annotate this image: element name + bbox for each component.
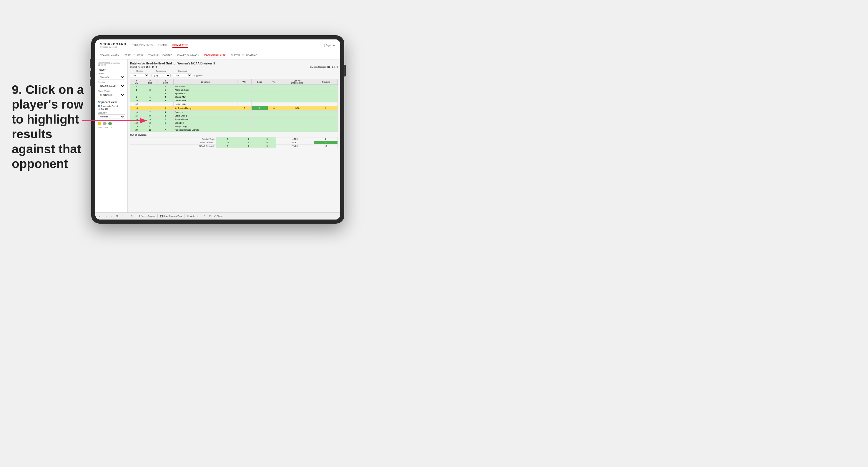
radio-opponents-played[interactable]: Opponents Played (98, 105, 125, 107)
tool4[interactable]: ⊟ (208, 215, 212, 218)
opponent-label: Opponent (173, 70, 192, 72)
side-button-2 (90, 71, 91, 77)
tool1[interactable]: ⊞ (115, 215, 119, 218)
out-of-division: Out of division Foreign Team 1 0 0 4.500… (130, 133, 338, 148)
table-row[interactable]: 1585 Stella Cheng (130, 114, 338, 118)
col-win: Win (238, 79, 252, 85)
toolbar-sep2 (136, 214, 136, 218)
table-row[interactable]: 20117 Federica Domecq Lacroze (130, 128, 338, 132)
division-select[interactable]: NCAA Division III (98, 84, 125, 88)
toolbar-sep5 (200, 214, 200, 218)
conference-select[interactable]: (All) (152, 73, 170, 77)
nav-links: TOURNAMENTS TEAMS COMMITTEE (132, 43, 188, 48)
tool3[interactable]: ⊡ (203, 215, 207, 218)
table-row[interactable]: 31 Esther Lee (130, 85, 338, 88)
region-label: Region (130, 70, 149, 72)
content-title: Katelyn Vo Head-to-Head Grid for Women's… (130, 62, 338, 65)
undo-button[interactable]: ↩ (98, 215, 102, 218)
nav-tournaments[interactable]: TOURNAMENTS (132, 43, 152, 48)
side-button (90, 59, 91, 68)
col-reg: #Reg (143, 79, 157, 85)
logo-title: SCOREBOARD (100, 43, 126, 46)
radio-dot-selected (98, 105, 100, 107)
table-row[interactable]: 1691 Jessica Mason (130, 118, 338, 121)
table-row-highlighted[interactable]: 13 1 1 ▶ Jessica Huang 0 1 0 -3.00 2 (130, 106, 338, 111)
table-row[interactable]: 522 Alexis Sudjianto (130, 88, 338, 92)
out-of-division-title: Out of division (130, 133, 338, 136)
conference-label: Conference (152, 70, 170, 72)
player-rank-select[interactable]: 8. Katelyn Vo (98, 93, 125, 97)
main-content: Last Updated: 27/03/2024 16:55:38 Player… (95, 59, 340, 213)
table-row[interactable]: 1822 Euna Lee (130, 121, 338, 125)
view-original-button[interactable]: 👁 View: Original (138, 215, 155, 217)
opponent-view: Opponent view Opponents Played Top 100 (98, 101, 125, 110)
overall-record: Overall Record: 353 - 34 - 6 (130, 66, 157, 68)
nav-committee[interactable]: COMMITTEE (173, 43, 188, 48)
clock-button[interactable]: ⏱ (129, 215, 133, 218)
colour-circles (98, 122, 125, 125)
colour-select[interactable]: Win/loss (98, 115, 125, 119)
nav-teams[interactable]: TEAMS (158, 43, 167, 48)
tablet-frame: SCOREBOARD Powered by clippd TOURNAMENTS… (91, 35, 344, 224)
nav-bar: SCOREBOARD Powered by clippd TOURNAMENTS… (95, 39, 340, 51)
timestamp-label: Last Updated: 27/03/2024 (98, 62, 125, 64)
division-label: Division (98, 81, 125, 83)
annotation-text: 9. Click on a player's row to highlight … (12, 83, 94, 171)
radio2-label: Top 100 (101, 108, 108, 110)
colour-level (103, 122, 106, 125)
watch-button[interactable]: 👁 Watch ▾ (187, 215, 198, 217)
down-label: Down (98, 127, 102, 128)
tool2[interactable]: ⤢ (121, 215, 124, 218)
table-row[interactable]: 19106 Emily Chang (130, 125, 338, 128)
share-label: Share (217, 215, 222, 217)
table-row[interactable]: 12 Heeju Hyun (130, 102, 338, 106)
opponent-select[interactable]: (All) (173, 73, 192, 77)
sign-out[interactable]: | Sign out (324, 44, 335, 47)
filter-row: Region (All) Conference (All) Opponent (130, 70, 338, 77)
col-rounds: Rounds (314, 79, 338, 85)
table-row[interactable]: 613 Sydney Kuo (130, 92, 338, 95)
table-row[interactable]: 914 Sharon Mun (130, 95, 338, 99)
save-custom-label: Save Custom View (163, 215, 182, 217)
player-rank-label: Player (Rank) (98, 90, 125, 92)
subnav-team-h2h-grid[interactable]: TEAM H2H GRID (124, 53, 143, 57)
col-opponent: Opponent (174, 79, 238, 85)
annotation-content: 9. Click on a player's row to highlight … (12, 83, 84, 171)
col-conf: #Conf (157, 79, 173, 85)
subnav-player-h2h-heatmap[interactable]: PLAYER H2H HEATMAP (231, 53, 257, 57)
col-diff: Diff AvStrokes/Rnd (280, 79, 314, 85)
sidebar-timestamp: Last Updated: 27/03/2024 16:55:38 (98, 62, 125, 66)
save-custom-button[interactable]: 💾 Save Custom View (160, 215, 182, 217)
sub-nav: TEAM SUMMARY TEAM H2H GRID TEAM H2H HEAT… (95, 51, 340, 59)
subnav-team-h2h-heatmap[interactable]: TEAM H2H HEATMAP (148, 53, 172, 57)
tablet-screen: SCOREBOARD Powered by clippd TOURNAMENTS… (95, 39, 340, 220)
logo-subtitle: Powered by clippd (100, 46, 126, 48)
subnav-player-h2h-grid[interactable]: PLAYER H2H GRID (205, 53, 226, 57)
region-select[interactable]: (All) (130, 73, 149, 77)
level-label: Level (104, 127, 108, 128)
toolbar-sep4 (184, 214, 185, 218)
conference-filter: Conference (All) (152, 70, 170, 77)
toolbar: ↩ ↪ ⤻ ⊞ ⤢ ⏱ 👁 View: Original 💾 Save Cust… (95, 213, 340, 220)
ood-row: Foreign Team 1 0 0 4.500 2 (130, 137, 338, 141)
side-button-right (344, 65, 346, 76)
redo-button[interactable]: ↪ (104, 215, 108, 218)
sidebar: Last Updated: 27/03/2024 16:55:38 Player… (95, 59, 128, 213)
colour-section: Colour by Win/loss Down Level Up (98, 112, 125, 128)
forward-button[interactable]: ⤻ (110, 215, 113, 218)
colour-by-label: Colour by (98, 112, 125, 114)
opponents-label: Opponents: (194, 74, 205, 76)
opponent-filter: Opponent (All) (173, 70, 192, 77)
table-row[interactable]: 1474 Eunice Yi (130, 111, 338, 114)
radio-top100[interactable]: Top 100 (98, 108, 125, 110)
watch-label: Watch (190, 215, 196, 217)
up-label: Up (110, 127, 113, 128)
gender-select[interactable]: Women's (98, 75, 125, 80)
table-row[interactable]: 1063 Andrea York (130, 99, 338, 102)
player-section-title: Player (98, 68, 125, 71)
subnav-player-summary[interactable]: PLAYER SUMMARY (178, 53, 199, 57)
col-loss: Loss (251, 79, 268, 85)
radio1-label: Opponents Played (101, 105, 118, 107)
share-button[interactable]: ↗ Share (214, 215, 222, 217)
subnav-team-summary[interactable]: TEAM SUMMARY (100, 53, 119, 57)
